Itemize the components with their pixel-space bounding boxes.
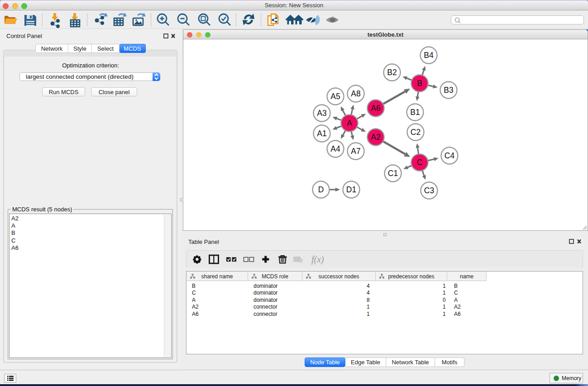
svg-text:B1: B1: [410, 108, 420, 117]
svg-text:A3: A3: [317, 109, 326, 118]
svg-text:B4: B4: [424, 51, 434, 60]
svg-text:C1: C1: [388, 169, 398, 178]
svg-text:B3: B3: [444, 86, 453, 95]
svg-text:D1: D1: [346, 185, 356, 194]
svg-text:A4: A4: [330, 144, 340, 153]
svg-text:C: C: [417, 158, 423, 167]
svg-text:A: A: [347, 119, 352, 128]
svg-text:B: B: [417, 79, 422, 88]
svg-text:C3: C3: [424, 186, 434, 195]
svg-text:C2: C2: [411, 128, 421, 137]
svg-text:A6: A6: [371, 104, 380, 113]
svg-text:D: D: [318, 185, 324, 194]
svg-text:A2: A2: [371, 133, 380, 142]
svg-text:A7: A7: [351, 147, 360, 156]
svg-text:A8: A8: [351, 89, 360, 98]
svg-text:C4: C4: [445, 151, 455, 160]
svg-text:B2: B2: [387, 68, 397, 77]
svg-text:A5: A5: [330, 92, 340, 101]
svg-text:f(x): f(x): [311, 254, 324, 265]
svg-text:A1: A1: [317, 129, 326, 138]
